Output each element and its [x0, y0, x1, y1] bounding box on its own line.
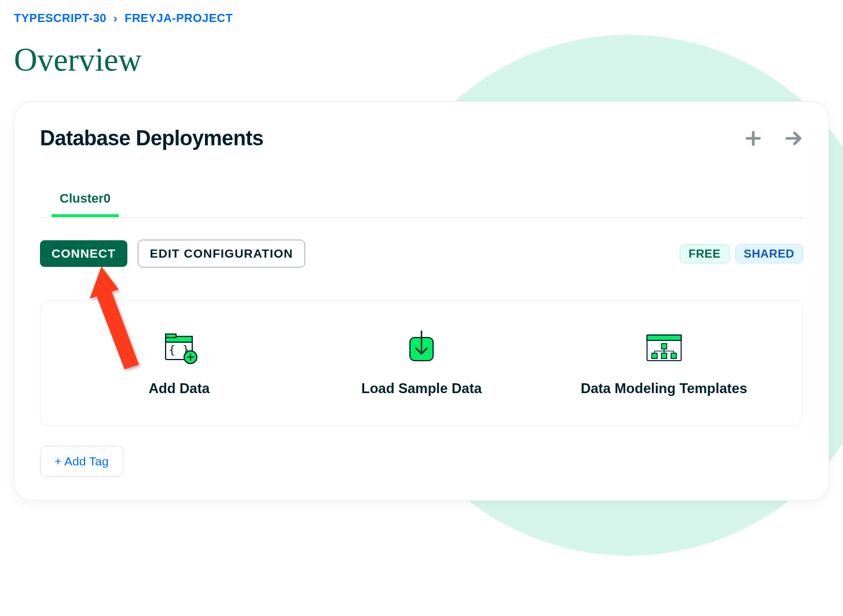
edit-configuration-button[interactable]: EDIT CONFIGURATION [138, 240, 305, 267]
badge-free: FREE [680, 244, 729, 263]
option-load-sample-label: Load Sample Data [361, 380, 482, 397]
arrow-right-icon[interactable] [785, 129, 803, 148]
breadcrumb-separator: › [113, 12, 118, 24]
option-data-modeling[interactable]: Data Modeling Templates [543, 329, 785, 397]
options-panel: { } Add Data Load Sample Data [40, 300, 803, 426]
option-load-sample[interactable]: Load Sample Data [300, 329, 543, 397]
svg-rect-5 [166, 334, 176, 338]
svg-rect-15 [651, 353, 657, 358]
option-add-data[interactable]: { } Add Data [58, 329, 300, 397]
option-add-data-label: Add Data [149, 380, 210, 397]
svg-rect-14 [661, 343, 666, 349]
cluster-tabs: Cluster0 [40, 191, 803, 218]
add-icon[interactable] [744, 129, 763, 148]
svg-rect-17 [671, 353, 676, 358]
breadcrumb: TYPESCRIPT-30 › FREYJA-PROJECT [14, 12, 829, 25]
download-icon [401, 329, 442, 364]
deployments-card: Database Deployments Cluster0 CONNECT [14, 101, 829, 501]
connect-button[interactable]: CONNECT [40, 240, 127, 267]
page-title: Overview [14, 41, 829, 78]
svg-rect-13 [647, 335, 681, 340]
tab-cluster0[interactable]: Cluster0 [52, 191, 119, 217]
badge-shared: SHARED [735, 244, 803, 263]
templates-icon [644, 329, 684, 364]
breadcrumb-org-link[interactable]: TYPESCRIPT-30 [14, 12, 107, 24]
card-title: Database Deployments [40, 126, 263, 151]
option-data-modeling-label: Data Modeling Templates [581, 380, 747, 397]
add-data-icon: { } [159, 329, 199, 364]
add-tag-button[interactable]: + Add Tag [40, 446, 123, 477]
svg-rect-16 [661, 353, 666, 358]
breadcrumb-project-link[interactable]: FREYJA-PROJECT [124, 12, 233, 24]
